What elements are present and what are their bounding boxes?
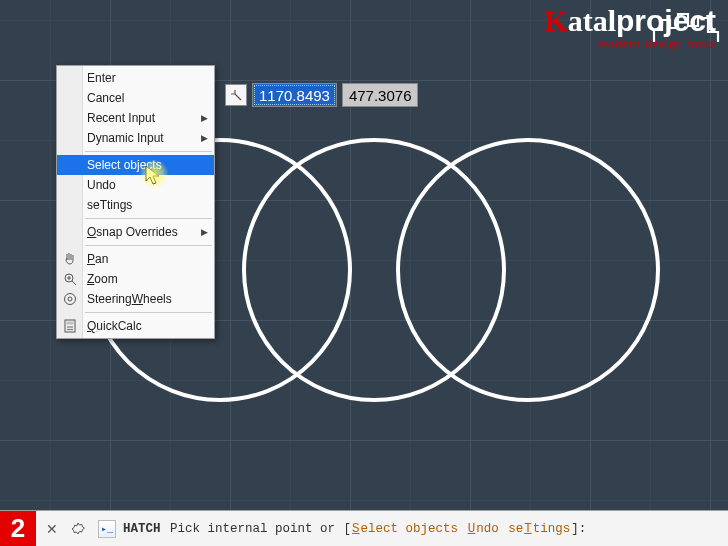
menu-item-recent-input[interactable]: Recent Input▶ [57,108,214,128]
menu-separator [85,312,212,313]
brand-logo: KKatalatalproject modern design tools [544,6,716,50]
menu-separator [85,151,212,152]
menu-separator [85,218,212,219]
svg-point-5 [68,297,72,301]
command-bar: 2 ✕ ▸_ HATCH Pick internal point or [Sel… [0,510,728,546]
drawing-viewport[interactable]: 1170.8493 477.3076 KKatalatalproject mod… [0,0,728,510]
menu-item-osnap-overrides[interactable]: Osnap Overrides▶ [57,222,214,242]
menu-item-select-objects[interactable]: Select objects [57,155,214,175]
menu-item-zoom[interactable]: Zoom [57,269,214,289]
step-badge: 2 [0,511,36,547]
svg-point-13 [71,329,73,331]
dynamic-input-toggle[interactable] [225,84,247,106]
pan-icon [61,250,79,268]
circle-3[interactable] [396,138,660,402]
menu-item-enter[interactable]: Enter [57,68,214,88]
calculator-icon [61,317,79,335]
submenu-arrow-icon: ▶ [201,227,208,237]
submenu-arrow-icon: ▶ [201,113,208,123]
menu-item-dynamic-input[interactable]: Dynamic Input▶ [57,128,214,148]
menu-separator [85,245,212,246]
svg-point-9 [69,326,71,328]
svg-line-1 [72,281,76,285]
svg-point-8 [67,326,69,328]
menu-item-settings[interactable]: seTtings [57,195,214,215]
menu-item-cancel[interactable]: Cancel [57,88,214,108]
submenu-arrow-icon: ▶ [201,133,208,143]
menu-item-quickcalc[interactable]: QuickCalc [57,316,214,336]
command-input-icon: ▸_ [98,520,116,538]
steeringwheels-icon [61,290,79,308]
svg-point-4 [65,294,76,305]
skyline-icon [652,10,720,44]
svg-point-10 [71,326,73,328]
context-menu[interactable]: Enter Cancel Recent Input▶ Dynamic Input… [56,65,215,339]
close-commandline-button[interactable]: ✕ [42,519,62,539]
svg-rect-7 [67,322,74,325]
customize-commandline-button[interactable] [68,519,88,539]
svg-point-11 [67,329,69,331]
command-prompt[interactable]: ▸_ HATCH Pick internal point or [Select … [98,520,586,538]
menu-item-undo[interactable]: Undo [57,175,214,195]
coord-y-field[interactable]: 477.3076 [342,83,419,107]
dynamic-input-readout: 1170.8493 477.3076 [225,83,418,107]
menu-item-pan[interactable]: Pan [57,249,214,269]
coord-x-field[interactable]: 1170.8493 [252,83,337,107]
svg-point-12 [69,329,71,331]
menu-item-steeringwheels[interactable]: SteeringWheels [57,289,214,309]
zoom-icon [61,270,79,288]
